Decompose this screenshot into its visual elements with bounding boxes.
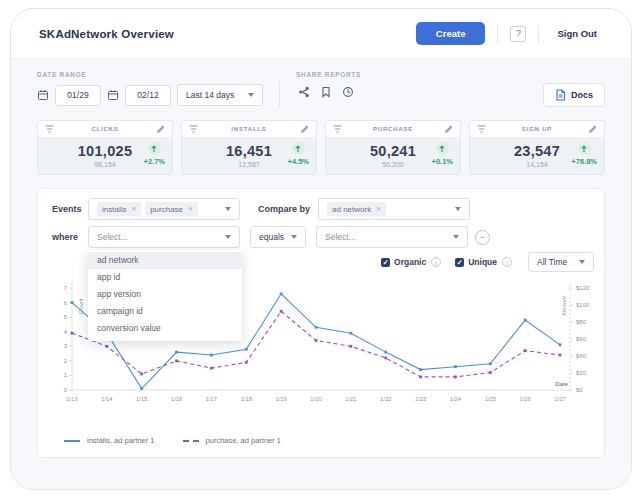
svg-text:2: 2	[64, 358, 68, 364]
metric-cards-row: CLICKS 101,025 98,154 +2.7%	[37, 120, 605, 175]
compare-tag-label: ad network	[332, 205, 371, 214]
svg-text:$100: $100	[576, 302, 590, 308]
docs-button[interactable]: Docs	[543, 83, 605, 107]
date-from-input[interactable]	[55, 85, 101, 106]
edit-pencil-icon[interactable]	[444, 125, 453, 134]
event-tag: purchase ×	[145, 202, 198, 216]
compare-by-select[interactable]: ad network ×	[318, 198, 470, 220]
dropdown-option-app-id[interactable]: app id	[88, 269, 242, 286]
dropdown-option-conversion-value[interactable]: conversion value	[88, 320, 242, 337]
where-label: where	[48, 232, 88, 242]
edit-pencil-icon[interactable]	[300, 125, 309, 134]
remove-tag-icon[interactable]: ×	[376, 205, 381, 213]
remove-tag-icon[interactable]: ×	[188, 205, 193, 213]
share-reports-label: SHARE REPORTS	[296, 71, 361, 78]
filter-funnel-icon[interactable]	[477, 125, 486, 133]
date-to-input[interactable]	[125, 85, 171, 106]
organic-label: Organic	[394, 257, 426, 267]
metric-card-signup[interactable]: SIGN UP 23,547 14,154 +76.8%	[469, 120, 605, 175]
dropdown-option-ad-network[interactable]: ad network	[88, 252, 242, 269]
svg-text:$0: $0	[576, 387, 583, 393]
events-select[interactable]: installs × purchase ×	[88, 198, 240, 220]
calendar-icon	[107, 89, 119, 101]
sign-out-button[interactable]: Sign Out	[551, 27, 603, 40]
create-button[interactable]: Create	[416, 22, 486, 45]
help-button[interactable]: ?	[510, 26, 526, 42]
metric-card-clicks[interactable]: CLICKS 101,025 98,154 +2.7%	[37, 120, 173, 175]
svg-text:1/23: 1/23	[415, 396, 426, 402]
metric-card-installs[interactable]: INSTALLS 16,451 12,587 +4.5%	[181, 120, 317, 175]
bookmark-button[interactable]	[318, 84, 334, 100]
dropdown-option-app-version[interactable]: app version	[88, 286, 242, 303]
share-button[interactable]	[296, 84, 312, 100]
page-title: SKAdNetwork Overview	[39, 28, 174, 40]
metric-value: 23,547	[514, 144, 560, 159]
time-range-select[interactable]: All Time	[528, 252, 594, 272]
metric-subvalue: 12,587	[238, 161, 259, 168]
edit-pencil-icon[interactable]	[588, 125, 597, 134]
chevron-down-icon	[248, 93, 254, 97]
unique-label: Unique	[468, 257, 497, 267]
legend-label: installs, ad partner 1	[87, 436, 155, 445]
calendar-icon	[37, 89, 49, 101]
compare-by-label: Compare by	[254, 204, 310, 214]
chevron-down-icon	[455, 207, 461, 211]
operator-select[interactable]: equals	[250, 226, 306, 248]
chevron-down-icon	[225, 235, 231, 239]
history-button[interactable]	[340, 84, 356, 100]
remove-tag-icon[interactable]: ×	[131, 205, 136, 213]
svg-text:7: 7	[64, 285, 68, 291]
filter-funnel-icon[interactable]	[189, 125, 198, 133]
unique-checkbox[interactable]: ✓ Unique	[455, 257, 497, 267]
metric-title: INSTALLS	[231, 126, 266, 132]
metric-change: +4.5%	[288, 157, 309, 166]
edit-pencil-icon[interactable]	[156, 125, 165, 134]
filter-funnel-icon[interactable]	[333, 125, 342, 133]
svg-text:$60: $60	[576, 336, 587, 342]
legend-item[interactable]: purchase, ad partner 1	[183, 436, 281, 445]
chevron-down-icon	[453, 235, 459, 239]
svg-text:Date: Date	[555, 380, 569, 387]
where-filter-row: where Select... ad network app id app ve…	[48, 225, 594, 249]
remove-condition-button[interactable]: −	[475, 230, 490, 245]
chevron-down-icon	[579, 260, 585, 264]
svg-text:$20: $20	[576, 370, 587, 376]
svg-text:1/26: 1/26	[519, 396, 530, 402]
svg-text:1/25: 1/25	[485, 396, 496, 402]
document-icon	[555, 89, 566, 101]
app-window: SKAdNetwork Overview Create ? Sign Out D…	[10, 8, 632, 490]
where-value-placeholder: Select...	[325, 232, 356, 242]
divider	[538, 25, 539, 43]
metric-card-purchase[interactable]: PURCHASE 50,241 50,200 +0.1%	[325, 120, 461, 175]
time-range-value: All Time	[537, 257, 567, 267]
chevron-down-icon	[291, 235, 297, 239]
trend-up-icon	[436, 142, 449, 155]
date-preset-select[interactable]: Last 14 days	[177, 84, 263, 106]
trend-up-icon	[148, 142, 161, 155]
svg-text:1/20: 1/20	[310, 396, 321, 402]
organic-checkbox[interactable]: ✓ Organic	[381, 257, 426, 267]
info-icon[interactable]: i	[502, 257, 512, 267]
compare-tag: ad network ×	[327, 202, 386, 216]
share-icon	[298, 86, 310, 98]
dropdown-option-campaign-id[interactable]: campaign id	[88, 303, 242, 320]
svg-text:1/13: 1/13	[66, 396, 77, 402]
info-icon[interactable]: i	[431, 257, 441, 267]
divider	[497, 25, 498, 43]
checkbox-checked-icon: ✓	[381, 258, 390, 267]
events-filter-row: Events installs × purchase × Compare by	[48, 197, 594, 221]
date-range-label: DATE RANGE	[37, 71, 263, 78]
svg-text:$80: $80	[576, 319, 587, 325]
checkbox-checked-icon: ✓	[455, 258, 464, 267]
filter-funnel-icon[interactable]	[45, 125, 54, 133]
operator-value: equals	[259, 232, 284, 242]
legend-label: purchase, ad partner 1	[206, 436, 281, 445]
trend-up-icon	[292, 142, 305, 155]
metric-subvalue: 50,200	[382, 161, 403, 168]
legend-item[interactable]: installs, ad partner 1	[64, 436, 155, 445]
where-value-select[interactable]: Select...	[316, 226, 468, 248]
page-body: DATE RANGE Last	[11, 59, 631, 489]
docs-label: Docs	[571, 90, 593, 100]
svg-text:$40: $40	[576, 353, 587, 359]
where-field-select[interactable]: Select...	[88, 226, 240, 248]
